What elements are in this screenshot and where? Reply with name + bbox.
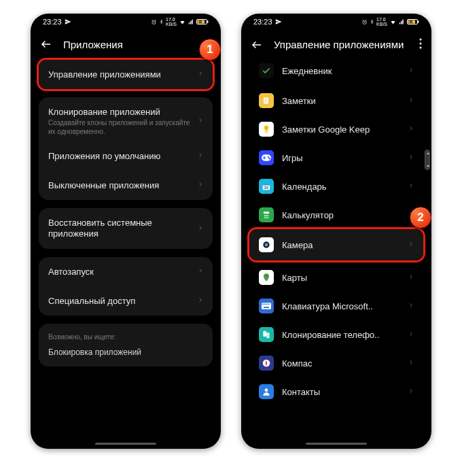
svg-rect-39 [266, 333, 270, 338]
app-row[interactable]: Заметки Google Keep [241, 115, 431, 143]
row-clone-apps[interactable]: Клонирование приложений Создавайте клоны… [39, 97, 213, 141]
svg-rect-37 [264, 307, 269, 308]
app-row[interactable]: Карты [241, 263, 431, 292]
wifi-icon [389, 19, 397, 25]
row-restore-system[interactable]: Восстановить системные приложения [39, 208, 213, 249]
battery-icon: 80 [407, 18, 419, 25]
chevron-right-icon [198, 224, 203, 234]
maps-icon [259, 270, 274, 285]
app-row-camera[interactable]: Камера [249, 229, 423, 260]
chevron-right-icon [198, 151, 203, 161]
back-icon[interactable] [251, 39, 263, 51]
step-badge-1: 1 [199, 39, 221, 61]
row-manage-apps[interactable]: Управление приложениями [39, 60, 213, 89]
chevron-right-icon [408, 153, 414, 163]
page-title: Приложения [63, 39, 123, 50]
chevron-right-icon [408, 124, 414, 135]
battery-icon: 80 [196, 18, 209, 25]
scroll-indicator[interactable] [425, 150, 430, 170]
contacts-icon [259, 384, 274, 399]
app-row[interactable]: Заметки [241, 86, 431, 115]
svg-point-10 [420, 39, 422, 41]
home-indicator[interactable] [95, 443, 156, 445]
back-icon[interactable] [40, 38, 52, 50]
signal-icon [399, 19, 405, 25]
calc-icon [259, 207, 274, 222]
row-disabled-apps[interactable]: Выключенные приложения [39, 171, 213, 200]
suggest-item-app-lock[interactable]: Блокировка приложений [48, 347, 203, 357]
wifi-icon [179, 19, 186, 25]
app-row[interactable]: Калькулятор [241, 201, 431, 229]
svg-point-31 [265, 275, 268, 278]
keep-icon [259, 122, 274, 137]
home-indicator[interactable] [306, 443, 367, 445]
svg-point-24 [266, 215, 267, 216]
app-row[interactable]: Ежедневник [241, 61, 431, 86]
bluetooth-icon [370, 18, 374, 25]
app-row[interactable]: 24 Календарь [241, 172, 431, 201]
chevron-right-icon [408, 96, 414, 106]
app-row[interactable]: Игры [241, 143, 431, 172]
alarm-icon [361, 19, 368, 25]
svg-text:80: 80 [198, 20, 202, 24]
more-icon[interactable] [419, 38, 422, 51]
svg-rect-3 [207, 21, 209, 23]
svg-point-26 [264, 217, 266, 218]
status-bar: 23:23 17.0KB/S 80 [241, 14, 431, 30]
check-icon [259, 63, 274, 78]
phone-screen-2: 23:23 17.0KB/S 80 Управление приложениям… [241, 14, 431, 449]
paper-plane-icon [275, 18, 282, 25]
page-title: Управление приложениями [274, 39, 404, 50]
kb-icon [259, 299, 274, 313]
status-bar: 23:23 17.0KB/S 80 [31, 14, 221, 30]
svg-rect-34 [264, 304, 266, 305]
highlight-frame-2: Камера [247, 227, 425, 262]
chevron-right-icon [408, 301, 414, 311]
svg-point-41 [265, 388, 268, 392]
camera-icon [259, 237, 274, 252]
svg-point-23 [264, 215, 266, 216]
app-row[interactable]: Компас [241, 349, 431, 377]
highlight-frame-1: Управление приложениями [37, 58, 215, 91]
chevron-right-icon [408, 387, 414, 397]
row-default-apps[interactable]: Приложения по умолчанию [39, 141, 213, 171]
calendar-icon: 24 [259, 179, 274, 194]
row-special-access[interactable]: Специальный доступ [39, 286, 213, 316]
compass-icon [259, 356, 274, 371]
app-row[interactable]: Контакты [241, 377, 431, 406]
suggest-block: Возможно, вы ищете: Блокировка приложени… [39, 324, 213, 367]
app-list[interactable]: Ежедневник Заметки Заметки Google Keep И… [241, 61, 431, 406]
note-icon [259, 93, 274, 108]
svg-rect-36 [268, 304, 270, 305]
svg-point-28 [267, 217, 268, 218]
svg-rect-22 [264, 211, 269, 214]
phone-screen-1: 23:23 17.0KB/S 80 Приложения Управление … [31, 14, 221, 449]
chevron-right-icon [408, 358, 414, 369]
svg-rect-38 [263, 331, 266, 337]
chevron-right-icon [408, 66, 414, 76]
chevron-right-icon [198, 69, 203, 80]
chevron-right-icon [198, 116, 203, 126]
game-icon [259, 150, 274, 165]
app-row[interactable]: Клонирование телефо.. [241, 320, 431, 349]
svg-text:24: 24 [264, 186, 268, 190]
chevron-right-icon [408, 182, 414, 192]
chevron-right-icon [408, 330, 414, 340]
svg-point-30 [265, 243, 268, 247]
status-time: 23:23 [43, 18, 62, 26]
chevron-right-icon [408, 273, 414, 283]
svg-point-11 [420, 43, 422, 45]
chevron-right-icon [198, 180, 203, 190]
page-header: Управление приложениями [241, 30, 431, 61]
row-autostart[interactable]: Автозапуск [39, 257, 213, 286]
chevron-right-icon [198, 267, 203, 277]
svg-rect-8 [418, 21, 419, 23]
signal-icon [188, 19, 194, 25]
svg-point-17 [269, 158, 270, 159]
svg-rect-33 [262, 304, 264, 305]
paper-plane-icon [65, 18, 71, 25]
svg-point-25 [267, 215, 268, 216]
svg-point-12 [420, 47, 422, 49]
app-row[interactable]: Клавиатура Microsoft.. [241, 292, 431, 320]
step-badge-2: 2 [410, 207, 431, 228]
